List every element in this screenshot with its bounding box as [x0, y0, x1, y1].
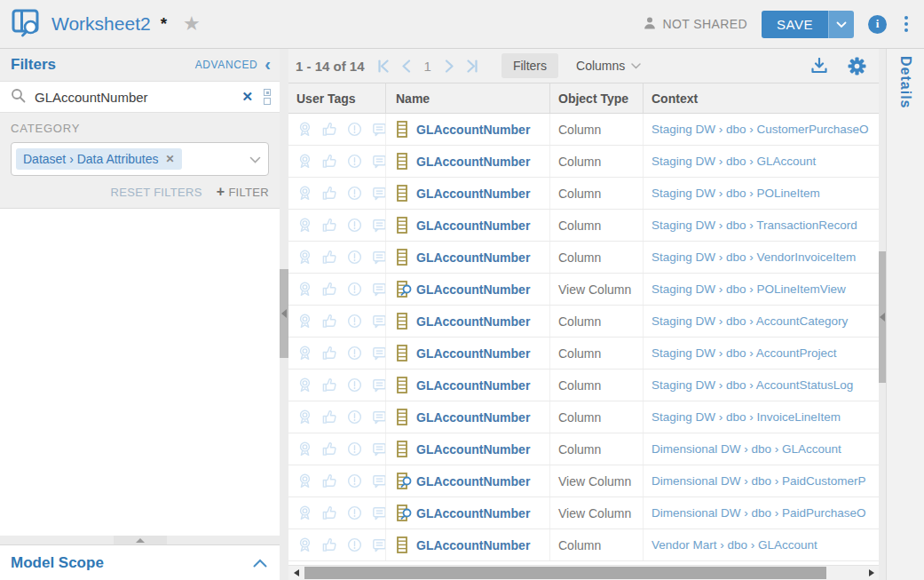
alert-icon[interactable]	[346, 281, 363, 298]
name-link[interactable]: GLAccountNumber	[416, 538, 530, 552]
thumbs-up-icon[interactable]	[321, 185, 338, 202]
table-row[interactable]: GLAccountNumber View Column Dimensional …	[288, 465, 879, 497]
category-chip[interactable]: Dataset › Data Attributes ✕	[16, 148, 182, 170]
table-row[interactable]: GLAccountNumber Column Staging DW › dbo …	[288, 306, 879, 338]
award-icon[interactable]	[296, 345, 313, 362]
table-row[interactable]: GLAccountNumber Column Staging DW › dbo …	[288, 369, 879, 401]
comment-icon[interactable]	[371, 313, 386, 330]
comment-icon[interactable]	[371, 249, 386, 266]
award-icon[interactable]	[296, 536, 313, 553]
horizontal-scrollbar[interactable]	[288, 565, 879, 580]
right-panel-collapse-handle[interactable]	[879, 251, 886, 383]
category-dropdown[interactable]: Dataset › Data Attributes ✕	[11, 142, 269, 176]
thumbs-up-icon[interactable]	[321, 345, 338, 362]
table-row[interactable]: GLAccountNumber Column Staging DW › dbo …	[288, 242, 879, 274]
thumbs-up-icon[interactable]	[321, 249, 338, 266]
alert-icon[interactable]	[346, 505, 363, 521]
comment-icon[interactable]	[371, 281, 386, 298]
save-dropdown-button[interactable]	[828, 11, 854, 38]
alert-icon[interactable]	[346, 313, 363, 330]
add-filter-button[interactable]: + FILTER	[217, 185, 269, 199]
comment-icon[interactable]	[371, 505, 386, 521]
comment-icon[interactable]	[371, 409, 386, 425]
thumbs-up-icon[interactable]	[321, 217, 338, 234]
save-button[interactable]: SAVE	[762, 11, 828, 38]
alert-icon[interactable]	[346, 536, 363, 553]
name-link[interactable]: GLAccountNumber	[416, 410, 530, 425]
column-header-object-type[interactable]: Object Type	[550, 83, 644, 113]
award-icon[interactable]	[296, 217, 313, 234]
search-input[interactable]: GLAccountNumber	[35, 90, 231, 105]
pagination-prev-button[interactable]	[401, 60, 411, 73]
table-row[interactable]: GLAccountNumber Column Vendor Mart › dbo…	[288, 529, 879, 561]
info-icon[interactable]: i	[868, 15, 887, 34]
alert-icon[interactable]	[346, 377, 363, 393]
context-link[interactable]: Vendor Mart › dbo › GLAccount	[652, 538, 817, 552]
thumbs-up-icon[interactable]	[321, 377, 338, 393]
award-icon[interactable]	[296, 185, 313, 202]
column-header-context[interactable]: Context	[644, 83, 879, 113]
column-header-name[interactable]: Name	[386, 83, 550, 113]
share-status[interactable]: NOT SHARED	[643, 16, 748, 33]
name-link[interactable]: GLAccountNumber	[416, 123, 530, 137]
table-row[interactable]: GLAccountNumber Column Staging DW › dbo …	[288, 210, 879, 242]
alert-icon[interactable]	[346, 121, 363, 138]
context-link[interactable]: Staging DW › dbo › GLAccount	[652, 155, 816, 168]
award-icon[interactable]	[296, 121, 313, 138]
search-scope-icon[interactable]	[264, 89, 271, 105]
context-link[interactable]: Dimensional DW › dbo › GLAccount	[652, 442, 841, 456]
name-link[interactable]: GLAccountNumber	[416, 155, 530, 169]
table-row[interactable]: GLAccountNumber Column Staging DW › dbo …	[288, 146, 879, 178]
table-row[interactable]: GLAccountNumber View Column Dimensional …	[288, 497, 879, 529]
context-link[interactable]: Staging DW › dbo › AccountProject	[652, 346, 837, 360]
collapse-up-icon[interactable]	[253, 555, 267, 571]
name-link[interactable]: GLAccountNumber	[416, 506, 530, 520]
name-link[interactable]: GLAccountNumber	[416, 250, 530, 265]
scroll-left-button[interactable]	[288, 566, 304, 580]
thumbs-up-icon[interactable]	[321, 281, 338, 298]
thumbs-up-icon[interactable]	[321, 441, 338, 457]
comment-icon[interactable]	[371, 345, 386, 362]
name-link[interactable]: GLAccountNumber	[416, 442, 530, 457]
table-row[interactable]: GLAccountNumber Column Staging DW › dbo …	[288, 401, 879, 433]
award-icon[interactable]	[296, 313, 313, 330]
context-link[interactable]: Staging DW › dbo › InvoiceLineItem	[652, 410, 841, 424]
settings-gear-icon[interactable]	[848, 57, 866, 75]
scrollbar-thumb[interactable]	[304, 567, 826, 579]
award-icon[interactable]	[296, 441, 313, 457]
context-link[interactable]: Staging DW › dbo › AccountCategory	[652, 314, 848, 328]
page-title[interactable]: Worksheet2	[51, 13, 151, 35]
comment-icon[interactable]	[371, 536, 386, 553]
table-row[interactable]: GLAccountNumber Column Staging DW › dbo …	[288, 338, 879, 369]
alert-icon[interactable]	[346, 409, 363, 425]
filters-toggle-button[interactable]: Filters	[501, 53, 558, 78]
reset-filters-button[interactable]: RESET FILTERS	[111, 186, 202, 199]
columns-dropdown-button[interactable]: Columns	[576, 59, 641, 73]
comment-icon[interactable]	[371, 217, 386, 234]
alert-icon[interactable]	[346, 185, 363, 202]
chip-remove-icon[interactable]: ✕	[166, 153, 175, 165]
comment-icon[interactable]	[371, 153, 386, 170]
left-panel-collapse-handle[interactable]	[280, 269, 288, 358]
award-icon[interactable]	[296, 249, 313, 266]
context-link[interactable]: Staging DW › dbo › AccountStatusLog	[652, 378, 853, 392]
table-row[interactable]: GLAccountNumber Column Dimensional DW › …	[288, 433, 879, 465]
clear-search-icon[interactable]: ✕	[240, 89, 255, 105]
award-icon[interactable]	[296, 409, 313, 425]
comment-icon[interactable]	[371, 185, 386, 202]
comment-icon[interactable]	[371, 121, 386, 138]
context-link[interactable]: Staging DW › dbo › POLineItemView	[652, 282, 846, 296]
column-header-user-tags[interactable]: User Tags	[288, 83, 386, 113]
download-icon[interactable]	[810, 58, 828, 74]
table-row[interactable]: GLAccountNumber Column Staging DW › dbo …	[288, 178, 879, 210]
thumbs-up-icon[interactable]	[321, 505, 338, 521]
scroll-right-button[interactable]	[864, 566, 879, 580]
pagination-next-button[interactable]	[445, 60, 454, 73]
table-row[interactable]: GLAccountNumber Column Staging DW › dbo …	[288, 114, 879, 146]
comment-icon[interactable]	[371, 473, 386, 489]
award-icon[interactable]	[296, 473, 313, 489]
name-link[interactable]: GLAccountNumber	[416, 378, 530, 393]
thumbs-up-icon[interactable]	[321, 536, 338, 553]
name-link[interactable]: GLAccountNumber	[416, 346, 530, 361]
name-link[interactable]: GLAccountNumber	[416, 218, 530, 233]
